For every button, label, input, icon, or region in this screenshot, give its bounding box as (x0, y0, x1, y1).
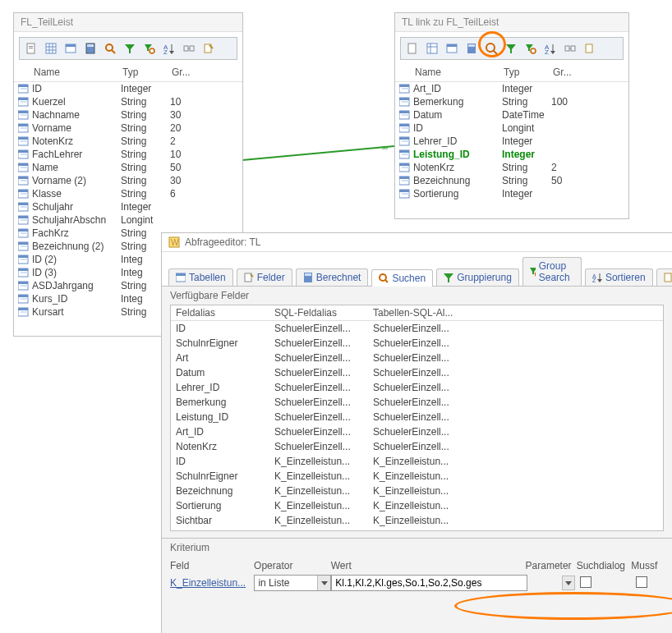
tab-sql[interactable]: SQL (656, 268, 672, 286)
doc-icon[interactable] (23, 40, 39, 57)
edit-icon[interactable] (200, 40, 217, 57)
grid-row[interactable]: IDSchuelerEinzell...SchuelerEinzell... (171, 321, 663, 336)
tab-sortieren[interactable]: AZ Sortieren (585, 268, 653, 286)
tab-tabellen[interactable]: Tabellen (168, 268, 233, 286)
svg-point-14 (106, 44, 113, 51)
tab-groupsearch[interactable]: Group Search (522, 257, 582, 286)
field-row[interactable]: VornameString20 (17, 122, 239, 135)
hdr-wert: Wert (331, 558, 526, 575)
grid-row[interactable]: DatumSchuelerEinzell...SchuelerEinzell..… (171, 365, 663, 380)
mussf-checkbox[interactable] (636, 576, 647, 588)
field-typ: String (121, 188, 170, 200)
grid-row[interactable]: BemerkungSchuelerEinzell...SchuelerEinze… (171, 395, 663, 410)
kriterium-feld-value[interactable]: K_Einzelleistun... (170, 577, 246, 589)
field-row[interactable]: NotenKrzString2 (17, 135, 239, 148)
svg-rect-72 (21, 272, 28, 273)
field-name: Bezeichnung (413, 175, 502, 186)
field-row[interactable]: FachLehrerString10 (17, 148, 239, 161)
calc-icon[interactable] (82, 40, 99, 57)
field-gr: 30 (170, 175, 203, 186)
col-feldalias[interactable]: Feldalias (171, 305, 269, 320)
available-fields-grid[interactable]: Feldalias SQL-Feldalias Tabellen-SQL-Al.… (170, 305, 664, 531)
suchdialog-checkbox[interactable] (580, 576, 591, 588)
calc-icon[interactable] (463, 40, 480, 57)
field-gr: 6 (170, 188, 203, 200)
grid-icon[interactable] (43, 40, 59, 57)
grid-row[interactable]: NotenKrzSchuelerEinzell...SchuelerEinzel… (171, 439, 663, 454)
filter-icon[interactable] (503, 40, 519, 57)
svg-rect-50 (18, 177, 28, 179)
field-row[interactable]: NotenKrzString2 (398, 161, 625, 174)
field-row[interactable]: DatumDateTime (398, 108, 625, 122)
grid-row[interactable]: Art_IDSchuelerEinzell...SchuelerEinzell.… (171, 424, 663, 439)
col-name-header[interactable]: Name (34, 67, 122, 78)
search-icon[interactable] (483, 40, 499, 57)
field-row[interactable]: IDLongint (398, 122, 625, 135)
cell-sqlfeldalias: SchuelerEinzell... (269, 365, 368, 380)
grid-row[interactable]: BezeichnungK_Einzelleistun...K_Einzellei… (171, 484, 663, 498)
tab-felder[interactable]: Felder (237, 268, 292, 286)
cell-sqlfeldalias: SchuelerEinzell... (269, 380, 368, 395)
col-tabellensqlalias[interactable]: Tabellen-SQL-Al... (368, 305, 483, 320)
col-typ-header[interactable]: Typ (122, 67, 172, 78)
field-row[interactable]: NachnameString30 (17, 108, 239, 122)
field-row[interactable]: BezeichnungString50 (398, 174, 625, 187)
search-icon[interactable] (102, 40, 118, 57)
doc-icon[interactable] (404, 40, 421, 57)
svg-rect-36 (21, 114, 28, 116)
sort-icon[interactable]: AZ (161, 40, 177, 57)
link-icon[interactable] (562, 40, 578, 57)
field-row[interactable]: KuerzelString10 (17, 95, 239, 108)
field-row[interactable]: Lehrer_IDInteger (398, 135, 625, 148)
grid-row[interactable]: SchulnrEignerSchuelerEinzell...SchuelerE… (171, 336, 663, 351)
grid-row[interactable]: Lehrer_IDSchuelerEinzell...SchuelerEinze… (171, 380, 663, 395)
field-row[interactable]: BemerkungString100 (398, 95, 625, 108)
filter-search-icon[interactable] (141, 40, 158, 57)
svg-rect-100 (571, 46, 575, 51)
grid-row[interactable]: Leistung_IDSchuelerEinzell...SchuelerEin… (171, 410, 663, 424)
svg-rect-107 (399, 98, 409, 100)
svg-rect-87 (447, 44, 457, 47)
cell-tabellensqlalias: SchuelerEinzell... (368, 424, 483, 439)
grid-row[interactable]: GewichtungK_Einzelleistun...K_Einzelleis… (171, 528, 663, 531)
field-icon (17, 149, 30, 160)
field-gr: 30 (170, 109, 203, 121)
field-typ: String (502, 175, 551, 186)
col-gr-header[interactable]: Gr... (553, 67, 586, 78)
svg-rect-63 (21, 232, 28, 234)
field-row[interactable]: SortierungInteger (398, 187, 625, 200)
sort-icon[interactable]: AZ (542, 40, 559, 57)
field-row[interactable]: NameString50 (17, 161, 239, 174)
kriterium-wert-input[interactable] (331, 575, 527, 591)
grid-row[interactable]: SortierungK_Einzelleistun...K_Einzelleis… (171, 498, 663, 513)
grid-row[interactable]: ArtSchuelerEinzell...SchuelerEinzell... (171, 351, 663, 365)
grid-row[interactable]: IDK_Einzelleistun...K_Einzelleistun... (171, 454, 663, 469)
col-sqlfeldalias[interactable]: SQL-Feldalias (269, 305, 368, 320)
field-row[interactable]: IDInteger (17, 82, 239, 95)
edit-icon[interactable] (582, 40, 598, 57)
field-name: Datum (413, 109, 502, 121)
table-icon[interactable] (444, 40, 460, 57)
field-row[interactable]: Vorname (2)String30 (17, 174, 239, 187)
kriterium-operator-combo[interactable]: in Liste (254, 575, 331, 591)
svg-rect-80 (18, 308, 28, 310)
col-name-header[interactable]: Name (415, 67, 504, 78)
grid-icon[interactable] (424, 40, 440, 57)
filter-icon[interactable] (122, 40, 138, 57)
field-row[interactable]: SchuljahrInteger (17, 200, 239, 213)
tab-suchen[interactable]: Suchen (371, 269, 433, 287)
table-icon[interactable] (62, 40, 79, 57)
grid-row[interactable]: SchulnrEignerK_Einzelleistun...K_Einzell… (171, 469, 663, 484)
filter-search-icon[interactable] (522, 40, 539, 57)
field-row[interactable]: Leistung_IDInteger (398, 148, 625, 161)
parameter-dropdown[interactable] (562, 576, 575, 590)
grid-row[interactable]: SichtbarK_Einzelleistun...K_Einzelleistu… (171, 513, 663, 528)
link-icon[interactable] (181, 40, 197, 57)
field-row[interactable]: Art_IDInteger (398, 82, 625, 95)
col-typ-header[interactable]: Typ (504, 67, 553, 78)
tab-gruppierung[interactable]: Gruppierung (436, 268, 519, 286)
tab-berechnet[interactable]: Berechnet (296, 268, 369, 286)
field-row[interactable]: KlasseString6 (17, 187, 239, 200)
col-gr-header[interactable]: Gr... (172, 67, 205, 78)
field-row[interactable]: SchuljahrAbschnLongint (17, 213, 239, 227)
